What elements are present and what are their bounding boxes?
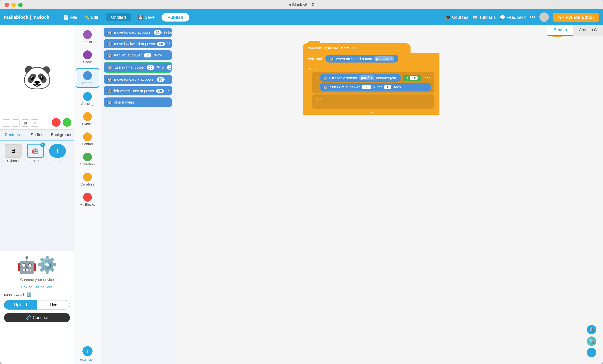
category-operators[interactable]: Operators <box>76 150 99 169</box>
globe-icon: 🌐 <box>53 15 57 19</box>
robot-icon-2: 🤖 <box>107 41 112 46</box>
add-device-button[interactable]: + <box>49 144 66 158</box>
robot-icon-4: 🤖 <box>108 65 113 70</box>
tab-devices[interactable]: Devices <box>0 130 25 140</box>
show-dot <box>83 50 92 59</box>
app-title: mBlock v5.4.0 <box>289 2 314 7</box>
save-button[interactable]: 💾 Save <box>135 13 158 21</box>
edit-menu[interactable]: ✏️ Edit <box>81 13 101 21</box>
turn-right-action-block[interactable]: 🤖 turn right at power 50 % for 1 secs <box>320 83 431 91</box>
category-show[interactable]: Show <box>76 48 99 66</box>
robot-icon-6: 🤖 <box>107 88 112 93</box>
live-mode-button[interactable]: Live <box>37 300 70 310</box>
comparison-block: < 10 <box>403 75 421 81</box>
more-menu-button[interactable]: ••• <box>530 14 535 20</box>
mode-switch-label: Mode Switch ℹ️ <box>4 293 70 297</box>
else-body <box>316 100 431 107</box>
block-move-forward[interactable]: 🤖 move forward at power 50 % for <box>104 28 172 37</box>
file-label: File <box>70 15 77 20</box>
full-screen-button[interactable]: ⤢ <box>3 119 10 127</box>
left-panel: 🐼 ⤢ ⊞ ▤ ⊞ Devices Sprites <box>0 25 74 364</box>
zoom-out-button[interactable]: 🔍 <box>587 336 596 346</box>
forever-block[interactable]: forever if 🤖 ultrasonic sensor port3 ▾ d… <box>303 65 440 115</box>
stop-button[interactable] <box>52 118 61 127</box>
device-item-mbot[interactable]: 🤖 × mBot <box>25 144 45 163</box>
add-label: add <box>55 159 60 163</box>
mbot-label: mBot <box>32 159 39 163</box>
dist-value[interactable]: 10 <box>410 76 418 80</box>
device-item-cyberpi[interactable]: 🖥 CyberPi <box>3 144 23 163</box>
power-value[interactable]: 50 <box>361 85 371 89</box>
port-val[interactable]: port3 ▾ <box>359 75 374 80</box>
sensor-block[interactable]: 🤖 ultrasonic sensor port3 ▾ distance(cm) <box>320 74 401 82</box>
if-block[interactable]: if 🤖 ultrasonic sensor port3 ▾ distance(… <box>312 72 434 93</box>
forever-close: ↩ <box>308 110 434 115</box>
block-stop-moving[interactable]: 🤖 stop moving <box>104 98 172 107</box>
cyberpi-label: CyberPi <box>7 159 19 163</box>
traffic-lights <box>5 2 23 7</box>
tab-arduino-c[interactable]: Arduino C <box>573 25 603 36</box>
sensing-label: Sensing <box>81 102 93 106</box>
wait-until-block[interactable]: wait until 🤖 when on-board button presse… <box>303 53 440 65</box>
run-button[interactable] <box>63 118 71 127</box>
else-block[interactable]: else <box>312 94 434 109</box>
hat-block[interactable]: when mBot(mcore) starts up <box>303 43 411 53</box>
add-device-item[interactable]: + add <box>48 144 67 163</box>
python-editor-button[interactable]: </> Python Editor <box>553 13 599 22</box>
show-label: Show <box>83 60 92 64</box>
feedback-icon: 💬 <box>500 15 505 20</box>
block-left-wheel[interactable]: 🤖 left wheel turns at power 50 %, r <box>104 86 172 95</box>
feedback-link[interactable]: 💬 Feedback <box>500 15 526 20</box>
block-turn-right[interactable]: 🤖 turn right at power 50 % for 1 <box>104 62 172 73</box>
extension-button[interactable]: + extension <box>77 343 97 364</box>
looks-dot <box>83 30 92 39</box>
connect-button[interactable]: 🔗 Connect <box>4 313 70 322</box>
block-move-forward-dir[interactable]: 🤖 move forward ▾ at power 50 <box>104 75 172 84</box>
category-variables[interactable]: Variables <box>76 170 99 189</box>
category-sensing[interactable]: Sensing <box>76 89 99 108</box>
block-move-backward[interactable]: 🤖 move backward at power 50 % fo <box>104 39 172 48</box>
tab-blocks[interactable]: Blocks <box>548 25 573 36</box>
how-to-use-link[interactable]: How to use device? <box>4 285 70 289</box>
code-only-button[interactable]: ▤ <box>22 119 29 127</box>
project-name[interactable]: Untitled <box>106 13 131 21</box>
button-condition[interactable]: 🤖 when on-board button pressed ▾ <box>325 55 398 63</box>
events-label: Events <box>82 122 92 126</box>
category-action[interactable]: Action <box>76 68 99 88</box>
tab-background[interactable]: Background <box>49 130 74 140</box>
sensor-icon: 🤖 <box>323 76 328 80</box>
robot-icon-5: 🤖 <box>107 77 112 82</box>
category-events[interactable]: Events <box>76 110 99 128</box>
file-menu[interactable]: 📄 File <box>61 13 80 21</box>
zoom-reset-button[interactable]: — <box>587 348 596 357</box>
tab-sprites[interactable]: Sprites <box>25 130 49 140</box>
control-label: Control <box>82 142 93 146</box>
tutorials-link[interactable]: 📖 Tutorials <box>472 15 496 20</box>
category-looks[interactable]: Looks <box>76 28 99 46</box>
split-view-button[interactable]: ⊞ <box>12 119 20 127</box>
maximize-button[interactable] <box>18 2 23 7</box>
button-val[interactable]: pressed ▾ <box>374 56 394 61</box>
devices-panel: 🖥 CyberPi 🤖 × mBot + <box>0 140 74 251</box>
courses-link[interactable]: 🎓 Courses <box>445 15 468 20</box>
category-my-blocks[interactable]: My Blocks <box>76 190 99 209</box>
main-content: 🐼 ⤢ ⊞ ▤ ⊞ Devices Sprites <box>0 25 603 364</box>
looks-label: Looks <box>83 40 92 44</box>
category-control[interactable]: Control <box>76 130 99 149</box>
courses-icon: 🎓 <box>445 15 451 20</box>
minimize-button[interactable] <box>12 2 16 7</box>
block-turn-left[interactable]: 🤖 turn left at power 50 % for <box>104 50 172 60</box>
zoom-in-button[interactable]: 🔍 <box>587 325 596 334</box>
close-button[interactable] <box>5 2 9 7</box>
connect-text: Connect your device <box>4 278 70 282</box>
robot-sensor-icon: 🤖 <box>329 56 334 61</box>
mbot-remove-button[interactable]: × <box>40 142 45 147</box>
grid-view-button[interactable]: ⊞ <box>31 119 38 127</box>
upload-mode-button[interactable]: Upload <box>4 300 37 310</box>
user-avatar[interactable] <box>539 12 549 22</box>
mode-buttons: Upload Live <box>4 300 70 310</box>
action-label: Action <box>82 81 93 85</box>
secs-value[interactable]: 1 <box>384 85 391 89</box>
canvas-tabs: Blocks Arduino C <box>548 25 603 36</box>
publish-button[interactable]: Publish <box>161 13 189 21</box>
